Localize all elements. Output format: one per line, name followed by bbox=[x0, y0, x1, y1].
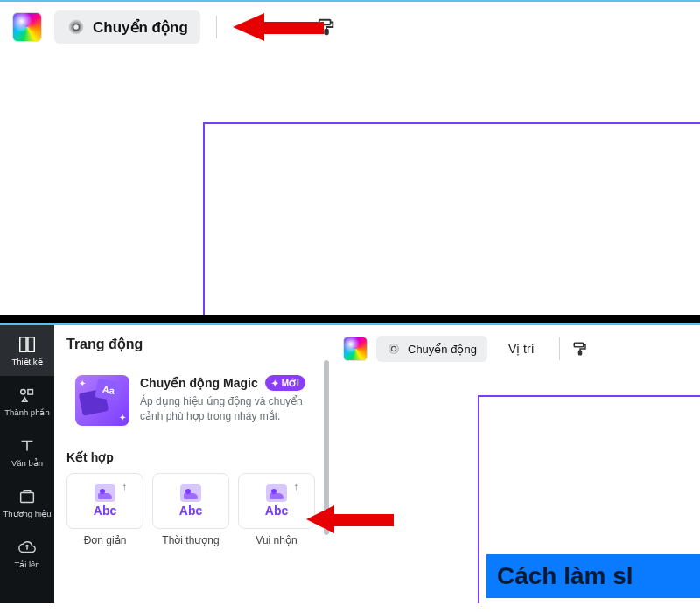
sidebar-label: Thành phần bbox=[4, 408, 49, 417]
sidebar-label: Thương hiệu bbox=[4, 510, 52, 518]
sidebar-item-uploads[interactable]: Tải lên bbox=[0, 528, 54, 579]
top-pane: Chuyển động bbox=[0, 0, 700, 323]
combo-label: Vui nhộn bbox=[256, 534, 297, 546]
svg-point-10 bbox=[389, 344, 399, 354]
sidebar-item-text[interactable]: Văn bản bbox=[0, 427, 54, 477]
magic-thumb-icon: Aa ✦ ✦ bbox=[75, 375, 130, 426]
animate-panel: Trang động Aa ✦ ✦ Chuyển động Magic MỚI … bbox=[54, 325, 331, 603]
paint-roller-icon[interactable] bbox=[572, 341, 588, 357]
combo-preview-text: Abc bbox=[179, 504, 202, 518]
magic-animate-banner[interactable]: Aa ✦ ✦ Chuyển động Magic MỚI Áp dụng hiệ… bbox=[66, 366, 318, 435]
panel-title: Trang động bbox=[66, 336, 318, 352]
canvas-frame-top[interactable] bbox=[203, 122, 700, 323]
brand-icon bbox=[18, 487, 37, 506]
sidebar-item-elements[interactable]: Thành phần bbox=[0, 376, 54, 427]
upload-icon bbox=[18, 538, 37, 557]
svg-point-7 bbox=[21, 389, 26, 394]
color-swatch-button[interactable] bbox=[12, 12, 42, 42]
animate-button-label: Chuyển động bbox=[93, 18, 188, 37]
annotation-arrow-top bbox=[233, 15, 320, 39]
svg-point-11 bbox=[391, 346, 396, 351]
image-icon bbox=[94, 484, 116, 502]
animate-button-label: Chuyển động bbox=[408, 343, 477, 356]
sidebar-label: Tải lên bbox=[14, 560, 39, 569]
sidebar-item-brand[interactable]: Thương hiệu bbox=[0, 477, 54, 528]
magic-title: Chuyển động Magic bbox=[140, 376, 258, 390]
svg-rect-5 bbox=[20, 337, 26, 352]
design-icon bbox=[18, 335, 37, 354]
combo-card-trendy[interactable]: Abc Thời thượng bbox=[152, 473, 229, 546]
svg-point-2 bbox=[73, 24, 79, 30]
sidebar-label: Văn bản bbox=[11, 459, 43, 468]
combo-preview-text: Abc bbox=[265, 504, 288, 518]
mini-toolbar: Chuyển động Vị trí bbox=[331, 325, 700, 372]
toolbar-divider bbox=[559, 337, 560, 360]
combo-grid: ↑ Abc Đơn giản Abc Thời thượng ↑ Abc bbox=[66, 473, 318, 546]
canvas-text-strip[interactable]: Cách làm sl bbox=[486, 554, 700, 598]
magic-info: Chuyển động Magic MỚI Áp dụng hiệu ứng đ… bbox=[140, 375, 310, 426]
magic-subtitle: Áp dụng hiệu ứng động và chuyển cảnh phù… bbox=[140, 394, 310, 424]
section-combine-heading: Kết hợp bbox=[66, 450, 318, 464]
new-badge: MỚI bbox=[265, 375, 305, 391]
sidebar-label: Thiết kế bbox=[11, 358, 42, 366]
animate-icon bbox=[66, 17, 86, 37]
elements-icon bbox=[18, 386, 37, 405]
combo-card-simple[interactable]: ↑ Abc Đơn giản bbox=[66, 473, 144, 546]
canvas-text: Cách làm sl bbox=[497, 562, 634, 590]
canvas-area: Chuyển động Vị trí Cách làm sl bbox=[331, 325, 700, 603]
combo-card-fun[interactable]: ↑ Abc Vui nhộn bbox=[238, 473, 315, 546]
svg-rect-4 bbox=[325, 30, 328, 35]
image-icon bbox=[266, 484, 287, 502]
toolbar-divider bbox=[216, 16, 217, 38]
position-button[interactable]: Vị trí bbox=[496, 332, 547, 365]
image-icon bbox=[180, 484, 201, 502]
svg-rect-13 bbox=[578, 351, 581, 355]
left-sidebar: Thiết kế Thành phần Văn bản Thương hiệu … bbox=[0, 325, 54, 603]
animate-button-small[interactable]: Chuyển động bbox=[376, 336, 487, 362]
text-icon bbox=[18, 436, 37, 456]
svg-rect-8 bbox=[28, 389, 32, 394]
svg-rect-9 bbox=[21, 492, 34, 502]
bottom-pane: Thiết kế Thành phần Văn bản Thương hiệu … bbox=[0, 323, 700, 603]
svg-rect-6 bbox=[28, 337, 34, 352]
combo-label: Thời thượng bbox=[162, 534, 219, 546]
sidebar-item-design[interactable]: Thiết kế bbox=[0, 325, 54, 376]
arrow-up-icon: ↑ bbox=[122, 481, 127, 493]
arrow-up-icon: ↑ bbox=[293, 481, 298, 493]
animate-button[interactable]: Chuyển động bbox=[54, 10, 200, 44]
color-swatch-button[interactable] bbox=[343, 337, 368, 361]
top-toolbar: Chuyển động bbox=[0, 2, 700, 52]
position-button-label: Vị trí bbox=[508, 342, 535, 356]
combo-preview-text: Abc bbox=[94, 504, 116, 518]
svg-rect-12 bbox=[574, 343, 584, 347]
animate-icon bbox=[387, 342, 401, 356]
combo-label: Đơn giản bbox=[84, 534, 127, 546]
